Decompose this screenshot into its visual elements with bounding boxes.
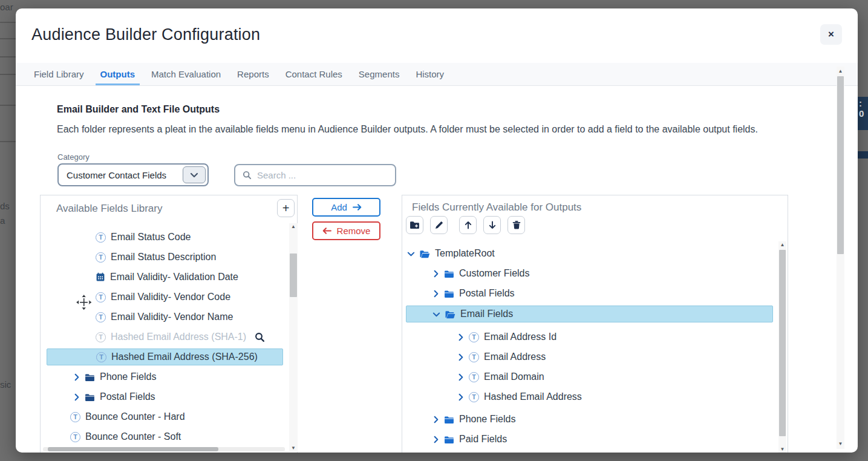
scrollbar-thumb[interactable] [837,76,844,254]
search-icon [255,332,265,342]
scroll-up-arrow[interactable]: ▲ [289,223,298,230]
edit-button[interactable] [430,216,448,234]
section-description: Each folder represents a pleat in the av… [57,122,802,137]
background-banner [858,151,868,159]
tree-field-item[interactable]: T Email Address [456,348,546,365]
tree-folder-item[interactable]: Phone Fields [431,411,515,428]
field-item-label: Hashed Email Address (SHA-1) [111,332,246,342]
field-item-label: Email Status Code [111,232,191,243]
audience-builder-configuration-dialog: Audience Builder Configuration × Field L… [16,8,858,453]
tree-folder-item[interactable]: Paid Fields [431,431,507,448]
tree-item-label: Email Address Id [484,332,556,342]
move-up-button[interactable] [459,216,477,234]
field-item[interactable]: T Email Status Description [96,249,216,266]
tab-field-library[interactable]: Field Library [28,63,90,85]
field-item-label: Hashed Email Address (SHA-256) [111,351,258,362]
folder-icon [444,435,454,444]
field-item[interactable]: T Email Validity- Vendor Name [96,309,233,325]
field-item[interactable]: T Email Validity- Vendor Code [96,289,230,306]
field-item-selected[interactable]: T Hashed Email Address (SHA-256) [47,348,283,365]
left-list-horizontal-scrollbar[interactable] [43,447,285,451]
category-select[interactable]: Customer Contact Fields [57,163,209,186]
add-to-outputs-button[interactable]: Add [312,198,380,217]
tab-match-evaluation[interactable]: Match Evaluation [145,63,227,85]
tree-folder-item-selected[interactable]: Email Fields [406,306,773,322]
text-field-icon: T [70,412,80,422]
tab-history[interactable]: History [410,63,450,85]
field-item[interactable]: T Bounce Counter - Soft [70,428,181,445]
search-icon [243,171,252,180]
folder-open-icon [419,249,430,258]
new-folder-button[interactable] [406,216,423,234]
folder-item[interactable]: Phone Fields [72,368,156,385]
remove-button-label: Remove [337,226,371,236]
folder-item-label: Postal Fields [100,391,155,402]
move-down-button[interactable] [483,216,501,234]
left-list-vertical-scrollbar[interactable]: ▲ ▼ [289,223,298,452]
field-item[interactable]: Email Validity- Validation Date [96,269,238,286]
field-item-label: Email Validity- Vendor Name [111,312,233,322]
folder-item-label: Phone Fields [100,371,156,382]
tab-outputs[interactable]: Outputs [94,63,142,85]
tree-item-label: Hashed Email Address [484,391,582,402]
field-item-label: Email Validity- Validation Date [110,272,238,283]
scroll-up-arrow[interactable]: ▲ [837,68,844,75]
scroll-up-arrow[interactable]: ▲ [778,241,786,249]
field-item-disabled[interactable]: T Hashed Email Address (SHA-1) [96,329,265,345]
chevron-right-icon [456,393,465,402]
tab-reports[interactable]: Reports [231,63,275,85]
background-divider [0,22,16,23]
background-divider [0,74,16,75]
tree-item-label: Postal Fields [459,288,515,299]
tree-item-label: Phone Fields [459,414,515,425]
scroll-down-arrow[interactable]: ▼ [289,445,298,452]
tree-field-item[interactable]: T Hashed Email Address [456,388,582,405]
tree-item-label: Email Address [484,351,546,362]
delete-button[interactable] [507,216,525,234]
add-button-label: Add [331,202,347,212]
text-field-icon: T [96,252,106,263]
chevron-right-icon [431,415,440,424]
background-divider [0,38,16,39]
tree-item-label: TemplateRoot [435,248,495,259]
add-field-button[interactable]: + [277,199,295,217]
tab-segments[interactable]: Segments [353,63,406,85]
chevron-right-icon [456,333,465,342]
scroll-down-arrow[interactable]: ▼ [837,440,844,448]
remove-from-outputs-button[interactable]: Remove [312,221,380,240]
output-fields-toolbar [406,216,525,234]
tree-folder-item[interactable]: Postal Fields [431,285,515,302]
field-item-label: Email Status Description [111,252,216,263]
tree-field-item[interactable]: T Email Domain [456,368,544,385]
output-fields-panel: Fields Currently Available for Outputs T… [402,195,788,453]
tree-field-item[interactable]: T Email Address Id [456,329,556,345]
tree-folder-item[interactable]: Customer Fields [431,265,529,282]
scrollbar-thumb[interactable] [779,250,786,436]
chevron-right-icon [431,269,440,278]
text-field-icon: T [70,432,80,442]
tab-contact-rules[interactable]: Contact Rules [279,63,348,85]
folder-item[interactable]: Postal Fields [72,388,155,405]
search-box [234,164,396,186]
field-item[interactable]: T Email Status Code [96,229,191,246]
scroll-down-arrow[interactable]: ▼ [778,446,786,453]
tree-folder-item[interactable]: TemplateRoot [406,245,495,262]
text-field-icon: T [469,392,479,402]
tree-item-label: Paid Fields [459,434,507,445]
close-button[interactable]: × [820,24,842,45]
chevron-down-icon [432,310,441,319]
scrollbar-thumb[interactable] [48,447,218,451]
chevron-right-icon [456,353,465,362]
right-tree-vertical-scrollbar[interactable]: ▲ ▼ [778,241,786,453]
field-item[interactable]: T Bounce Counter - Hard [70,408,185,425]
section-heading: Email Builder and Text File Outputs [57,104,220,115]
scrollbar-thumb[interactable] [290,253,297,297]
dialog-vertical-scrollbar[interactable]: ▲ ▼ [837,67,844,449]
category-dropdown-button[interactable] [183,166,206,183]
text-field-icon: T [469,332,479,342]
chevron-right-icon [72,393,81,402]
available-fields-title: Available Fields Library [56,203,162,215]
search-input[interactable] [257,170,388,180]
background-text-fragment: a [0,215,5,226]
tree-item-label: Customer Fields [459,268,529,279]
